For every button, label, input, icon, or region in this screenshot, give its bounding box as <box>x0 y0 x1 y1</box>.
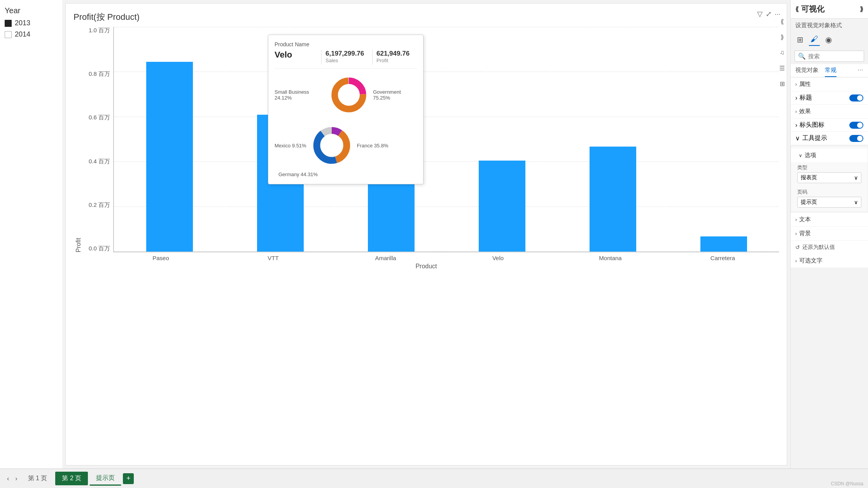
y-tick-6: 1.0 百万 <box>89 27 110 34</box>
bar-group-paseo[interactable] <box>126 62 213 252</box>
section-optional-text[interactable]: › 可选文字 <box>791 254 868 268</box>
right-panel-header: ⟪ 可视化 ⟫ <box>791 0 868 19</box>
x-label-montana: Montana <box>566 255 655 261</box>
panel-subtitle: 设置视觉对象格式 <box>791 19 868 31</box>
search-icon: 🔍 <box>798 52 806 60</box>
panel-title: 可视化 <box>801 4 824 14</box>
x-label-amarilla: Amarilla <box>341 255 430 261</box>
side-icon-expand[interactable]: ⟫ <box>776 31 788 43</box>
section-background[interactable]: › 背景 <box>791 227 868 240</box>
donut1-right-label: Government 75.25% <box>373 89 417 101</box>
donut2-right-label: France 35.8% <box>357 143 388 149</box>
side-icon-audio[interactable]: ♫ <box>776 47 788 58</box>
type-dropdown[interactable]: 报表页 ∨ <box>797 172 861 183</box>
page-dropdown[interactable]: 提示页 ∨ <box>797 197 861 208</box>
tab-visual-object[interactable]: 视觉对象 <box>795 64 819 77</box>
donut2-left-label: Mexico 9.51% <box>275 143 306 149</box>
section-title[interactable]: › 标题 <box>791 91 868 104</box>
y-tick-5: 0.8 百万 <box>89 70 110 78</box>
section-header-icons[interactable]: › 标头图标 <box>791 119 868 131</box>
tooltip-popup: Product Name Velo 6,197,299.76 Sales 621… <box>268 35 424 184</box>
collapse-icon[interactable]: ⟪ <box>795 5 799 13</box>
x-axis-labels: Paseo VTT Amarilla Velo Montana Carreter… <box>74 255 779 261</box>
next-page-button[interactable]: › <box>13 474 19 484</box>
section-effects[interactable]: › 效果 <box>791 105 868 118</box>
legend-item-2014[interactable]: 2014 <box>5 30 58 38</box>
chevron-effects: › <box>795 109 797 114</box>
section-title-label: 标题 <box>800 94 812 102</box>
title-toggle[interactable] <box>849 94 863 101</box>
tooltip-toggle[interactable] <box>849 135 863 142</box>
page-row: 页码 提示页 ∨ <box>791 187 868 209</box>
bar-group-velo[interactable] <box>458 161 546 252</box>
bar-paseo[interactable] <box>146 62 193 252</box>
prev-page-button[interactable]: ‹ <box>5 474 11 484</box>
y-tick-3: 0.4 百万 <box>89 158 110 165</box>
svg-point-8 <box>321 135 342 156</box>
y-tick-4: 0.6 百万 <box>89 114 110 121</box>
page-tabs-bar: ‹ › 第 1 页 第 2 页 提示页 + CSDN @Nussa <box>0 469 868 488</box>
page-tab-1[interactable]: 第 1 页 <box>21 472 54 485</box>
bar-carretera[interactable] <box>700 236 747 252</box>
legend-box-2013 <box>5 20 12 27</box>
section-tooltip[interactable]: ∨ 工具提示 <box>791 132 868 145</box>
donut2-bottom-label: Germany 44.31% <box>278 171 318 177</box>
format-paint-button[interactable]: 🖌 <box>809 33 820 46</box>
watermark: CSDN @Nussa <box>831 481 863 486</box>
bars-area <box>113 27 779 252</box>
tab-normal[interactable]: 常规 <box>825 64 836 77</box>
chart-container: Profit(按 Product) ▽ ⤢ ··· Profit 1.0 百万 … <box>65 3 787 465</box>
filter-button[interactable]: ▽ <box>757 10 763 18</box>
chevron-text: › <box>795 217 797 222</box>
section-header-icons-label: 标头图标 <box>800 121 824 129</box>
expand-button[interactable]: ⤢ <box>766 10 772 18</box>
page-chevron-icon: ∨ <box>854 199 858 205</box>
x-label-velo: Velo <box>453 255 542 261</box>
bar-group-montana[interactable] <box>569 147 656 252</box>
add-page-button[interactable]: + <box>123 473 134 484</box>
type-value: 报表页 <box>801 174 817 181</box>
header-icons-toggle[interactable] <box>849 122 863 129</box>
chevron-attributes: › <box>795 82 797 87</box>
tooltip-profit-metric: 621,949.76 Profit <box>372 50 417 65</box>
side-icon-grid[interactable]: ⊞ <box>776 78 788 89</box>
section-attributes[interactable]: › 属性 <box>791 77 868 91</box>
subsection-options-label: 选项 <box>805 152 816 159</box>
svg-point-3 <box>339 85 359 105</box>
side-icon-collapse[interactable]: ⟪ <box>776 16 788 27</box>
legend-label-2014: 2014 <box>15 30 30 38</box>
side-icon-menu[interactable]: ☰ <box>776 62 788 74</box>
panel-format-icons: ⊞ 🖌 ◉ <box>791 31 868 48</box>
chart-title: Profit(按 Product) <box>74 11 779 23</box>
type-label: 类型 <box>797 164 861 171</box>
x-label-paseo: Paseo <box>116 255 205 261</box>
type-chevron-icon: ∨ <box>854 175 858 181</box>
donut-row-1: Small Business 24.12% Government 75.25% <box>275 73 417 116</box>
legend-item-2013[interactable]: 2013 <box>5 19 58 27</box>
search-input[interactable] <box>808 53 861 59</box>
bar-montana[interactable] <box>590 147 636 252</box>
format-eye-button[interactable]: ◉ <box>824 33 833 46</box>
chart-area: Profit 1.0 百万 0.8 百万 0.6 百万 0.4 百万 0.2 百… <box>74 27 779 252</box>
page-tab-2[interactable]: 第 2 页 <box>55 472 88 485</box>
panel-more-button[interactable]: ··· <box>858 64 863 77</box>
chevron-options: ∨ <box>799 153 802 158</box>
chevron-optional-text: › <box>795 258 797 264</box>
section-text[interactable]: › 文本 <box>791 213 868 226</box>
page-tab-hint[interactable]: 提示页 <box>89 471 121 486</box>
chevron-header-icons: › <box>795 122 797 129</box>
donut-row-2: Mexico 9.51% France 35.8% <box>275 124 417 178</box>
tooltip-profit-value: 621,949.76 <box>376 50 417 58</box>
format-grid-button[interactable]: ⊞ <box>795 33 805 46</box>
chevron-title: › <box>795 94 797 101</box>
right-panel-wrapper: ⟪ ⟫ ♫ ☰ ⊞ ⟪ 可视化 ⟫ 设置视觉对象格式 ⊞ 🖌 ◉ <box>790 0 868 469</box>
subsection-options[interactable]: ∨ 选项 <box>791 149 868 162</box>
y-tick-2: 0.2 百万 <box>89 201 110 209</box>
restore-defaults-button[interactable]: ↺ 还原为默认值 <box>791 241 868 254</box>
tooltip-profit-label: Profit <box>376 58 417 63</box>
bar-velo[interactable] <box>479 161 525 252</box>
expand-icon[interactable]: ⟫ <box>860 5 863 13</box>
x-label-vtt: VTT <box>229 255 318 261</box>
bar-group-carretera[interactable] <box>680 236 767 252</box>
search-bar[interactable]: 🔍 <box>794 51 864 62</box>
